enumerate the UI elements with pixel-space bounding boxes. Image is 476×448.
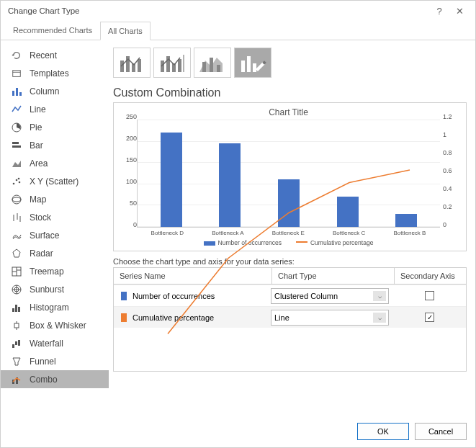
combo-preset-1[interactable] (113, 48, 151, 78)
y-axis-secondary: 1.210.80.60.40.20 (440, 120, 460, 228)
sidebar-item-surface[interactable]: Surface (1, 226, 109, 244)
svg-rect-46 (178, 59, 181, 72)
sidebar-item-label: Surface (30, 230, 59, 241)
sidebar-item-sunburst[interactable]: Sunburst (1, 280, 109, 298)
surface-icon (9, 230, 24, 241)
svg-rect-44 (166, 56, 170, 72)
sidebar-item-recent[interactable]: Recent (1, 46, 109, 64)
scatter-icon (9, 176, 24, 187)
combo-heading: Custom Combination (113, 86, 467, 99)
sidebar-item-label: Templates (30, 68, 69, 79)
sidebar-item-pie[interactable]: Pie (1, 118, 109, 136)
sidebar-item-label: Pie (30, 122, 42, 133)
sidebar-item-box[interactable]: Box & Whisker (1, 316, 109, 334)
svg-rect-43 (161, 61, 164, 72)
sidebar-item-line[interactable]: Line (1, 100, 109, 118)
svg-rect-40 (126, 56, 130, 72)
column-icon (9, 86, 24, 97)
sidebar-item-templates[interactable]: Templates (1, 64, 109, 82)
combo-preset-3[interactable] (194, 48, 231, 78)
sidebar-item-label: Waterfall (30, 339, 63, 349)
area-icon (9, 158, 24, 169)
treemap-icon (9, 266, 24, 277)
svg-point-11 (19, 181, 21, 183)
svg-rect-39 (120, 61, 124, 72)
chart-type-dropdown[interactable]: Line⌵ (271, 310, 389, 326)
chart-type-dropdown[interactable]: Clustered Column⌵ (271, 288, 389, 304)
plot-area (137, 120, 440, 228)
sidebar-item-label: Treemap (30, 266, 64, 277)
sunburst-icon (9, 285, 24, 295)
sidebar-item-label: Radar (30, 248, 53, 259)
svg-marker-36 (13, 358, 20, 365)
sidebar-item-scatter[interactable]: X Y (Scatter) (1, 172, 109, 190)
svg-point-12 (18, 177, 20, 179)
sidebar-item-label: Stock (30, 212, 51, 223)
svg-rect-53 (247, 56, 251, 72)
svg-rect-29 (18, 307, 20, 312)
chart-title: Chart Title (117, 107, 460, 117)
sidebar-item-bar[interactable]: Bar (1, 136, 109, 154)
chevron-down-icon: ⌵ (373, 291, 386, 301)
svg-rect-28 (15, 305, 17, 312)
stock-icon (9, 212, 24, 223)
sidebar-item-waterfall[interactable]: Waterfall (1, 334, 109, 352)
sidebar-item-label: Funnel (30, 357, 56, 367)
funnel-icon (9, 357, 24, 367)
radar-icon (9, 248, 24, 259)
svg-rect-54 (253, 63, 256, 72)
sidebar-item-histogram[interactable]: Histogram (1, 298, 109, 316)
sidebar-item-label: Map (30, 194, 46, 205)
svg-rect-42 (138, 59, 141, 72)
svg-rect-34 (15, 341, 17, 345)
combo-icon (9, 375, 24, 385)
recent-icon (9, 50, 24, 61)
chart-category-sidebar: RecentTemplatesColumnLinePieBarAreaX Y (… (1, 40, 109, 416)
svg-rect-27 (12, 308, 14, 312)
svg-rect-35 (18, 340, 20, 346)
svg-rect-50 (210, 58, 213, 72)
svg-rect-30 (14, 323, 19, 328)
sidebar-item-label: X Y (Scatter) (30, 176, 78, 187)
svg-rect-33 (12, 344, 14, 348)
sidebar-item-label: Column (30, 86, 59, 97)
sidebar-item-area[interactable]: Area (1, 154, 109, 172)
map-icon (9, 194, 24, 205)
sidebar-item-combo[interactable]: Combo (1, 370, 109, 388)
sidebar-item-radar[interactable]: Radar (1, 244, 109, 262)
histogram-icon (9, 303, 24, 313)
window-title: Change Chart Type (8, 6, 429, 15)
tab-all-charts[interactable]: All Charts (100, 22, 151, 40)
change-chart-type-dialog: Change Chart Type ? ✕ Recommended Charts… (0, 0, 476, 448)
sidebar-item-column[interactable]: Column (1, 82, 109, 100)
tab-recommended-charts[interactable]: Recommended Charts (5, 21, 100, 40)
sidebar-item-label: Line (30, 104, 46, 115)
svg-rect-0 (13, 70, 21, 76)
svg-rect-2 (12, 91, 14, 96)
series-color-swatch (121, 313, 127, 322)
chart-preview: Chart Title 250200150100500 1.210.80.60.… (113, 102, 467, 251)
combo-preset-2[interactable] (153, 48, 191, 78)
svg-point-14 (12, 197, 21, 202)
sidebar-item-label: Bar (30, 140, 43, 151)
svg-rect-51 (217, 65, 220, 72)
series-color-swatch (121, 292, 127, 300)
sidebar-item-stock[interactable]: Stock (1, 208, 109, 226)
sidebar-item-map[interactable]: Map (1, 190, 109, 208)
cancel-button[interactable]: Cancel (415, 423, 467, 440)
combo-preset-custom[interactable] (234, 48, 271, 78)
y-axis-primary: 250200150100500 (117, 120, 137, 228)
close-button[interactable]: ✕ (449, 2, 470, 19)
help-button[interactable]: ? (429, 2, 449, 19)
sidebar-item-label: Recent (30, 50, 57, 61)
sidebar-item-funnel[interactable]: Funnel (1, 352, 109, 370)
svg-point-13 (12, 195, 21, 204)
bar-icon (9, 140, 24, 151)
sidebar-item-treemap[interactable]: Treemap (1, 262, 109, 280)
svg-rect-49 (202, 62, 206, 72)
ok-button[interactable]: OK (357, 423, 409, 440)
waterfall-icon (9, 339, 24, 349)
svg-rect-6 (12, 142, 19, 144)
combo-preset-row (113, 48, 467, 78)
line-icon (9, 104, 24, 115)
